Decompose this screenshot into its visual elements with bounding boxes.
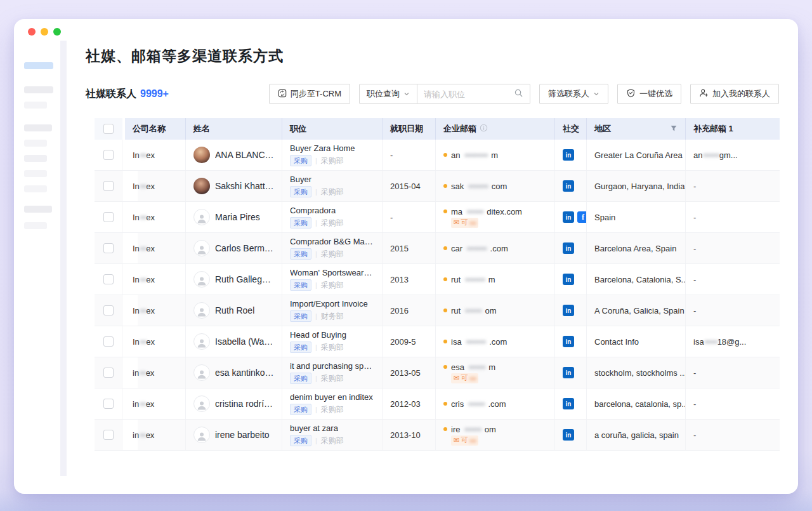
skeleton-bar	[24, 206, 52, 213]
social-cell: in	[555, 264, 587, 295]
search-icon[interactable]	[514, 88, 523, 100]
facebook-icon[interactable]: f	[577, 211, 587, 223]
company-cell: in●●ex	[125, 420, 186, 450]
chevron-down-icon	[593, 90, 599, 99]
add-to-my-contacts-button[interactable]: 加入我的联系人	[690, 84, 779, 104]
email-status-icon	[443, 153, 447, 157]
row-checkbox[interactable]	[103, 243, 114, 253]
position-cell: it and purchasing speci...采购|采购部	[282, 357, 383, 388]
linkedin-icon[interactable]: in	[563, 149, 574, 161]
linkedin-icon[interactable]: in	[563, 305, 574, 316]
extra-email-cell: -	[686, 202, 780, 232]
position-cell: buyer at zara采购|采购部	[282, 420, 383, 450]
row-checkbox[interactable]	[103, 399, 114, 409]
person-avatar-icon	[193, 240, 210, 256]
date-cell: 2013	[383, 264, 436, 295]
region-cell: Barcelona, Catalonia, S...	[587, 264, 686, 295]
region-cell: Gurgaon, Haryana, India	[587, 171, 686, 201]
linkedin-icon[interactable]: in	[563, 398, 574, 409]
page-title: 社媒、邮箱等多渠道联系方式	[86, 46, 779, 66]
social-cell: in	[555, 171, 587, 201]
name-cell: esa kantinkoski	[186, 357, 282, 388]
select-all-checkbox[interactable]	[103, 124, 114, 134]
skeleton-bar	[24, 102, 47, 109]
position-cell: Buyer Zara Home采购|采购部	[282, 140, 383, 170]
table-row: In●●ex Carlos Bermudo Cr... Comprador B&…	[95, 233, 780, 264]
row-checkbox[interactable]	[103, 212, 114, 222]
linkedin-icon[interactable]: in	[563, 180, 574, 192]
select-all-cell	[95, 118, 122, 140]
email-status-icon	[443, 340, 447, 343]
social-cell: in	[555, 295, 587, 326]
extra-email-cell: -	[686, 388, 780, 419]
name-cell: Sakshi Khattak	[186, 171, 282, 201]
sync-to-crm-button[interactable]: 同步至T-CRM	[269, 84, 350, 104]
header-position: 职位	[282, 118, 383, 140]
linkedin-icon[interactable]: in	[563, 211, 574, 223]
region-cell: stockholm, stockholms ...	[587, 357, 686, 388]
skeleton-bar	[24, 185, 47, 192]
table-row: In●●ex Ruth Gallego Agulló Woman' Sports…	[95, 264, 780, 295]
position-cell: Compradora采购|采购部	[282, 202, 383, 232]
company-cell: In●●ex	[125, 202, 186, 232]
sidebar	[14, 19, 60, 494]
region-cell: a coruña, galicia, spain	[587, 420, 686, 450]
position-cell: denim buyer en inditex采购|采购部	[282, 388, 383, 419]
person-avatar-icon	[193, 333, 210, 350]
one-click-optimize-button[interactable]: 一键优选	[617, 84, 681, 104]
avatar	[193, 178, 210, 194]
company-cell: In●●ex	[125, 140, 186, 170]
position-cell: Buyer采购|采购部	[282, 171, 383, 201]
date-cell: 2013-10	[383, 420, 436, 450]
row-checkbox[interactable]	[103, 181, 114, 191]
name-cell: cristina rodríguez	[186, 388, 282, 419]
browser-window: 社媒、邮箱等多渠道联系方式 社媒联系人9999+ 同步至T-CRM 职位查询	[14, 19, 798, 494]
sidebar-divider	[60, 41, 67, 476]
role-tag: 采购	[290, 342, 311, 353]
social-cell: in	[555, 357, 587, 388]
row-checkbox[interactable]	[103, 305, 114, 315]
filter-funnel-icon[interactable]	[670, 124, 678, 134]
linkedin-icon[interactable]: in	[563, 274, 574, 285]
table-header-row: 公司名称 姓名 职位 就职日期 企业邮箱 社交 地区 补充邮箱 1	[95, 118, 780, 140]
table-row: in●●ex cristina rodríguez denim buyer en…	[95, 388, 780, 420]
position-cell: Head of Buying采购|采购部	[282, 326, 383, 357]
email-cell: cris●●●●●.com	[436, 388, 555, 419]
reachable-tag: ✉可●●	[451, 435, 478, 446]
linkedin-icon[interactable]: in	[563, 429, 574, 441]
position-search-input[interactable]	[424, 90, 510, 99]
row-checkbox[interactable]	[103, 274, 114, 284]
toolbar: 同步至T-CRM 职位查询 筛选联系人	[269, 84, 779, 104]
info-icon[interactable]	[480, 124, 488, 134]
email-cell: isa●●●●●●.com	[436, 326, 555, 357]
skeleton-bar	[24, 86, 53, 93]
social-cell: in	[555, 140, 587, 170]
role-tag: 采购	[290, 404, 311, 415]
avatar	[193, 147, 210, 163]
skeleton-bar	[24, 222, 47, 229]
position-search-field	[417, 84, 530, 104]
email-cell: rut●●●●●om	[436, 295, 555, 326]
controls-row: 社媒联系人9999+ 同步至T-CRM 职位查询	[86, 84, 779, 104]
linkedin-icon[interactable]: in	[563, 336, 574, 347]
skeleton-bar	[24, 62, 53, 69]
filter-contacts-button[interactable]: 筛选联系人	[539, 84, 608, 104]
region-cell: Barcelona Area, Spain	[587, 233, 686, 263]
name-cell: Ruth Roel	[186, 295, 282, 326]
role-tag: 采购	[290, 155, 311, 166]
skeleton-bar	[24, 170, 47, 177]
contacts-table: 公司名称 姓名 职位 就职日期 企业邮箱 社交 地区 补充邮箱 1	[95, 118, 780, 451]
row-checkbox[interactable]	[103, 430, 114, 440]
linkedin-icon[interactable]: in	[563, 367, 574, 378]
row-checkbox[interactable]	[103, 368, 114, 378]
linkedin-icon[interactable]: in	[563, 242, 574, 254]
date-cell: 2015-04	[383, 171, 436, 201]
person-avatar-icon	[193, 209, 210, 225]
position-type-dropdown[interactable]: 职位查询	[359, 84, 417, 104]
email-cell: ma●●●●●ditex.com✉可●●	[436, 202, 555, 232]
row-checkbox[interactable]	[103, 336, 114, 347]
email-cell: sak●●●●●●com	[436, 171, 555, 201]
extra-email-cell: isa●●●●18@g...	[686, 326, 780, 357]
position-cell: Import/Export Invoice采购|财务部	[282, 295, 383, 326]
row-checkbox[interactable]	[103, 150, 114, 160]
